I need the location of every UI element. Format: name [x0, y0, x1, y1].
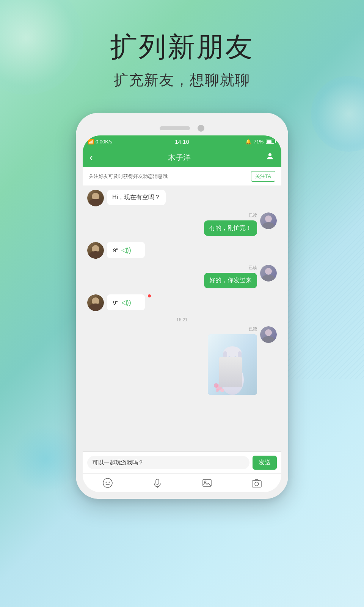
avatar-right-3 [260, 326, 277, 343]
battery-icon [266, 140, 276, 144]
avatar-right-1 [260, 212, 277, 229]
phone-outer: 📶 0.00K/s 14:10 🔔 71% [76, 113, 288, 499]
svg-point-20 [103, 478, 112, 487]
back-chevron-icon: ‹ [89, 151, 93, 164]
avatar-right-img-3 [260, 326, 277, 343]
page-title: 扩列新朋友 [0, 30, 364, 63]
svg-point-16 [214, 383, 218, 388]
message-text-2: 有的，刚忙完！ [209, 225, 252, 231]
back-button[interactable]: ‹ [89, 151, 93, 164]
bottom-toolbar [83, 473, 281, 492]
time-divider: 16:21 [87, 317, 277, 322]
phone-screen: 📶 0.00K/s 14:10 🔔 71% [83, 135, 281, 492]
chat-message-1: Hi，现在有空吗？ [87, 190, 277, 206]
message-input[interactable]: 可以一起玩游戏吗？ [87, 456, 249, 469]
svg-rect-25 [203, 480, 211, 486]
bubble-2: 有的，刚忙完！ [204, 220, 257, 236]
bubble-1: Hi，现在有空吗？ [107, 190, 166, 205]
avatar-left-2 [87, 242, 104, 259]
chat-message-2: 已读 有的，刚忙完！ [87, 212, 277, 236]
phone-notch [83, 120, 281, 135]
svg-point-17 [220, 388, 224, 392]
avatar-right-img-1 [260, 212, 277, 229]
status-time: 14:10 [175, 138, 189, 145]
chat-message-6: 已读 [87, 326, 277, 395]
chat-message-5: 9" ◁)) [87, 294, 277, 311]
svg-point-14 [235, 358, 237, 359]
read-label-6: 已读 [249, 326, 257, 332]
image-bubble-6 [208, 334, 257, 395]
svg-point-0 [268, 153, 271, 156]
svg-point-11 [228, 357, 231, 360]
avatar-right-img-2 [260, 265, 277, 281]
voice-duration-5: 9" [113, 299, 118, 306]
phone-camera [198, 125, 204, 132]
bubble-4: 好的，你发过来 [204, 273, 257, 288]
avatar-left-1 [87, 190, 104, 206]
message-group-6: 已读 [208, 326, 257, 395]
follow-button[interactable]: 关注TA [251, 171, 275, 182]
svg-rect-27 [252, 481, 261, 487]
nav-bar: ‹ 木子洋 [83, 148, 281, 167]
svg-point-2 [221, 365, 244, 395]
message-group-2: 已读 有的，刚忙完！ [204, 212, 257, 236]
phone-mockup: 📶 0.00K/s 14:10 🔔 71% [0, 113, 364, 499]
chat-area: Hi，现在有空吗？ 已读 有的，刚忙完！ [83, 186, 281, 451]
svg-point-12 [234, 357, 237, 360]
avatar-left-img-3 [87, 294, 104, 311]
image-button[interactable] [202, 478, 212, 488]
profile-icon[interactable] [265, 152, 275, 163]
avatar-left-3 [87, 294, 104, 311]
svg-point-28 [255, 482, 259, 486]
header-section: 扩列新朋友 扩充新友，想聊就聊 [0, 0, 364, 90]
message-group-4: 已读 好的，你发过来 [204, 265, 257, 288]
voice-waves-5: ◁)) [121, 298, 131, 307]
unread-dot [148, 294, 151, 297]
svg-point-18 [216, 389, 219, 392]
battery-tip [275, 140, 276, 143]
input-area: 可以一起玩游戏吗？ 发送 [83, 451, 281, 473]
bell-icon: 🔔 [245, 139, 251, 145]
svg-marker-19 [231, 370, 234, 374]
input-text: 可以一起玩游戏吗？ [93, 459, 144, 465]
voice-button[interactable] [152, 478, 163, 488]
svg-point-10 [234, 357, 237, 361]
send-button[interactable]: 发送 [253, 456, 277, 470]
follow-text: 关注好友可及时获得好友动态消息哦 [89, 173, 168, 180]
network-speed: 0.00K/s [96, 139, 112, 145]
emoji-button[interactable] [102, 478, 113, 488]
avatar-right-2 [260, 265, 277, 281]
follow-banner: 关注好友可及时获得好友动态消息哦 关注TA [83, 167, 281, 186]
phone-speaker [160, 126, 190, 130]
voice-bubble-5[interactable]: 9" ◁)) [107, 294, 145, 310]
chat-contact-name: 木子洋 [168, 153, 191, 163]
battery-percent: 71% [254, 139, 264, 145]
svg-rect-8 [238, 351, 242, 365]
camera-button[interactable] [251, 478, 262, 488]
battery-fill [267, 140, 271, 143]
svg-point-9 [228, 357, 231, 361]
avatar-left-img-2 [87, 242, 104, 259]
voice-waves-3: ◁)) [121, 246, 131, 254]
read-label-4: 已读 [249, 265, 257, 270]
phone-inner: 📶 0.00K/s 14:10 🔔 71% [83, 135, 281, 492]
read-label-2: 已读 [249, 212, 257, 218]
status-left: 📶 0.00K/s [88, 139, 112, 145]
chat-message-3: 9" ◁)) [87, 242, 277, 259]
voice-duration-3: 9" [113, 247, 118, 253]
svg-rect-7 [223, 351, 227, 365]
avatar-left-img [87, 190, 104, 206]
svg-rect-23 [156, 479, 159, 484]
message-text-1: Hi，现在有空吗？ [112, 194, 160, 200]
message-text-4: 好的，你发过来 [209, 277, 252, 283]
status-bar: 📶 0.00K/s 14:10 🔔 71% [83, 135, 281, 148]
svg-rect-4 [229, 366, 236, 378]
status-right: 🔔 71% [245, 139, 276, 145]
voice-bubble-3[interactable]: 9" ◁)) [107, 242, 145, 258]
svg-point-13 [229, 358, 231, 359]
chat-message-4: 已读 好的，你发过来 [87, 265, 277, 288]
signal-icon: 📶 [88, 139, 94, 145]
page-subtitle: 扩充新友，想聊就聊 [0, 71, 364, 90]
battery-body [266, 140, 274, 144]
svg-rect-3 [224, 366, 241, 384]
